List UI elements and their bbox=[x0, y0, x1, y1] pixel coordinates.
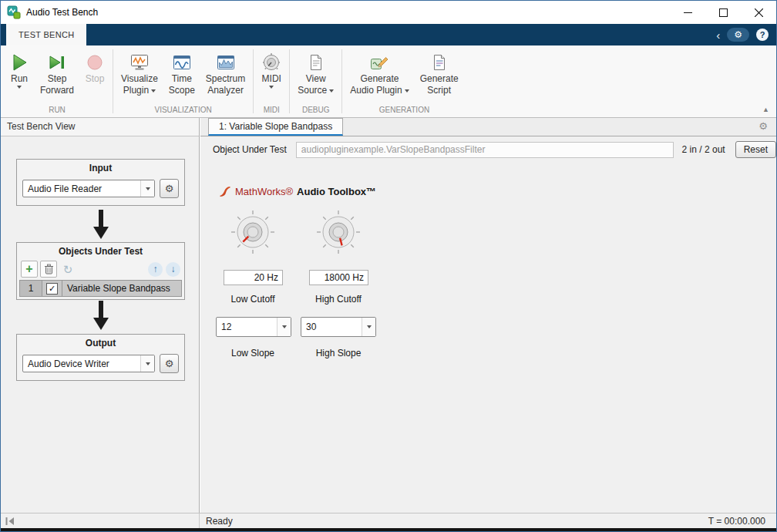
generate-audio-plugin-dropdown-icon bbox=[405, 89, 409, 93]
objects-under-test-section: Objects Under Test + bbox=[16, 242, 185, 300]
ribbon-quick-access: ‹ ⚙ ? bbox=[716, 24, 776, 45]
output-dropdown-value: Audio Device Writer bbox=[23, 359, 140, 369]
generate-audio-plugin-label-line1: Generate bbox=[360, 74, 399, 84]
object-under-test-label: Object Under Test bbox=[213, 144, 287, 155]
run-button[interactable]: Run bbox=[4, 51, 35, 90]
time-scope-label-line2: Scope bbox=[169, 86, 195, 96]
left-panel-title: Test Bench View bbox=[1, 118, 199, 136]
generate-audio-plugin-label-line2: Audio Plugin bbox=[350, 86, 402, 96]
low-cutoff-knob[interactable] bbox=[230, 209, 276, 255]
brand-row: MathWorks® Audio Toolbox™ bbox=[219, 186, 376, 197]
help-icon[interactable]: ? bbox=[756, 29, 769, 41]
object-row-selected[interactable]: 1 ✓ Variable Slope Bandpass bbox=[19, 280, 182, 297]
toolbar-divider bbox=[253, 49, 254, 113]
generate-script-label-line2: Script bbox=[427, 86, 451, 96]
add-object-button[interactable]: + bbox=[21, 261, 38, 278]
low-cutoff-label: Low Cutoff bbox=[214, 294, 291, 305]
refresh-object-button[interactable]: ↻ bbox=[59, 261, 76, 278]
midi-dropdown-icon bbox=[269, 86, 274, 89]
chevron-left-icon[interactable]: ‹ bbox=[716, 29, 720, 41]
group-label-midi: MIDI bbox=[256, 104, 287, 117]
stop-button[interactable]: Stop bbox=[79, 51, 110, 86]
move-up-button[interactable]: ↑ bbox=[148, 262, 163, 277]
low-slope-dropdown[interactable]: 12 bbox=[216, 317, 291, 337]
high-cutoff-field[interactable]: 18000 Hz bbox=[309, 270, 368, 285]
document-actions-gear-icon[interactable]: ⚙ bbox=[758, 121, 768, 131]
high-slope-dropdown[interactable]: 30 bbox=[301, 317, 376, 337]
maximize-button[interactable] bbox=[705, 1, 741, 24]
view-source-label-line1: View bbox=[306, 74, 326, 84]
mathworks-logo-icon bbox=[219, 186, 231, 197]
step-forward-icon bbox=[47, 52, 67, 72]
midi-button[interactable]: MIDI bbox=[256, 51, 287, 90]
move-down-button[interactable]: ↓ bbox=[166, 262, 180, 277]
plugin-ui-area: MathWorks® Audio Toolbox™ bbox=[200, 163, 776, 513]
stop-icon bbox=[85, 52, 105, 72]
group-label-generation: GENERATION bbox=[345, 104, 463, 117]
generate-script-icon bbox=[429, 52, 449, 72]
group-run: Run Step Forward bbox=[4, 45, 110, 117]
group-label-debug: DEBUG bbox=[292, 104, 339, 117]
output-header: Output bbox=[17, 335, 184, 350]
trash-icon bbox=[44, 264, 54, 274]
input-dropdown[interactable]: Audio File Reader bbox=[22, 180, 155, 197]
document-tab-label: 1: Variable Slope Bandpass bbox=[219, 121, 332, 132]
spectrum-analyzer-button[interactable]: Spectrum Analyzer bbox=[200, 51, 251, 97]
spectrum-analyzer-label-line2: Analyzer bbox=[207, 86, 244, 96]
input-dropdown-value: Audio File Reader bbox=[23, 184, 140, 194]
view-source-dropdown-icon bbox=[329, 89, 334, 93]
generate-script-button[interactable]: Generate Script bbox=[415, 51, 464, 97]
output-dropdown[interactable]: Audio Device Writer bbox=[22, 355, 155, 372]
refresh-icon: ↻ bbox=[63, 264, 73, 275]
status-bar-left bbox=[1, 513, 200, 528]
document-tab-bar: 1: Variable Slope Bandpass ⚙ bbox=[200, 118, 776, 136]
tab-variable-slope-bandpass[interactable]: 1: Variable Slope Bandpass bbox=[208, 118, 343, 136]
test-bench-view-panel: Test Bench View Input Audio File Reader … bbox=[1, 118, 200, 513]
chevron-down-icon bbox=[140, 180, 154, 197]
object-under-test-field[interactable]: audiopluginexample.VarSlopeBandpassFilte… bbox=[296, 142, 674, 158]
input-section: Input Audio File Reader ⚙ bbox=[16, 159, 185, 206]
object-enabled-checkbox[interactable]: ✓ bbox=[46, 283, 58, 295]
time-readout: T = 00:00.000 bbox=[708, 516, 776, 527]
time-scope-label-line1: Time bbox=[172, 74, 192, 84]
app-window: Audio Test Bench TEST BENCH ‹ ⚙ ? bbox=[0, 0, 777, 532]
chevron-down-icon bbox=[277, 318, 291, 336]
step-forward-button[interactable]: Step Forward bbox=[35, 51, 79, 97]
minimize-button[interactable] bbox=[670, 1, 705, 24]
dock-left-icon[interactable] bbox=[5, 517, 15, 525]
visualize-plugin-label-line2: Plugin bbox=[123, 86, 149, 96]
view-source-label-line2: Source bbox=[298, 86, 327, 96]
objects-header: Objects Under Test bbox=[17, 243, 184, 258]
output-settings-button[interactable]: ⚙ bbox=[160, 354, 179, 373]
toolbar-divider bbox=[113, 49, 113, 113]
step-forward-label-line2: Forward bbox=[40, 86, 74, 96]
group-visualization: Visualize Plugin Time bbox=[116, 45, 251, 117]
high-cutoff-value: 18000 Hz bbox=[325, 272, 364, 283]
generate-audio-plugin-button[interactable]: Generate Audio Plugin bbox=[345, 51, 414, 97]
view-source-icon bbox=[306, 52, 326, 72]
view-source-button[interactable]: View Source bbox=[292, 51, 339, 97]
tab-test-bench[interactable]: TEST BENCH bbox=[6, 24, 86, 45]
visualize-plugin-dropdown-icon bbox=[151, 89, 156, 93]
run-icon bbox=[9, 52, 29, 72]
group-debug: View Source DEBUG bbox=[292, 45, 339, 117]
settings-gear-icon[interactable]: ⚙ bbox=[727, 28, 749, 42]
close-button[interactable] bbox=[741, 1, 776, 24]
group-generation: Generate Audio Plugin bbox=[345, 45, 463, 117]
visualize-plugin-label-line1: Visualize bbox=[121, 74, 158, 84]
object-row-index: 1 bbox=[20, 281, 42, 296]
time-scope-button[interactable]: Time Scope bbox=[163, 51, 200, 97]
high-cutoff-knob[interactable] bbox=[315, 209, 362, 255]
low-cutoff-field[interactable]: 20 Hz bbox=[224, 270, 283, 285]
titlebar: Audio Test Bench bbox=[1, 1, 776, 24]
input-settings-button[interactable]: ⚙ bbox=[160, 179, 179, 198]
visualize-plugin-button[interactable]: Visualize Plugin bbox=[116, 51, 163, 97]
reset-button[interactable]: Reset bbox=[735, 141, 776, 158]
collapse-ribbon-icon[interactable]: ▲ bbox=[762, 106, 769, 113]
object-row-checkbox-cell: ✓ bbox=[42, 281, 62, 296]
chevron-down-icon bbox=[140, 355, 154, 372]
spectrum-analyzer-icon bbox=[216, 52, 236, 72]
delete-object-button[interactable] bbox=[40, 261, 57, 278]
generate-script-label-line1: Generate bbox=[420, 74, 459, 84]
spectrum-analyzer-label-line1: Spectrum bbox=[206, 74, 245, 84]
